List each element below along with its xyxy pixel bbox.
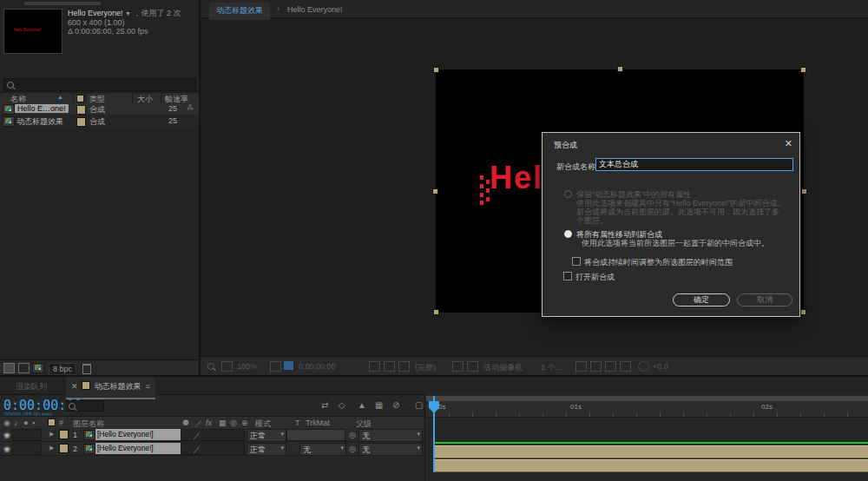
pixel-aspect-icon[interactable] — [575, 361, 587, 372]
shy-layers-icon[interactable]: ▲ — [358, 400, 366, 410]
open-new-comp-checkbox[interactable] — [563, 272, 572, 280]
new-composition-icon[interactable] — [32, 363, 44, 373]
layer-row-1[interactable]: ◉ ▶ 1 [Hello Everyone!] ／ 正常 ◎ 无 — [0, 428, 424, 442]
timeline-search-input[interactable] — [66, 400, 104, 412]
eye-icon[interactable]: ◉ — [3, 445, 10, 453]
trkmat-select[interactable]: 无 — [299, 443, 346, 456]
flowchart-icon[interactable]: ⁂ — [187, 104, 194, 112]
ruler-toggle-icon[interactable] — [284, 361, 293, 370]
quality-switch-icon[interactable]: ／ — [193, 445, 201, 456]
show-snapshot-icon[interactable] — [384, 361, 395, 372]
av-cells[interactable] — [12, 443, 42, 455]
blend-mode-select[interactable]: 正常 — [247, 443, 286, 456]
transparency-grid-icon[interactable] — [467, 361, 478, 372]
parent-select[interactable]: 无 — [358, 429, 423, 442]
label-chip[interactable] — [76, 105, 86, 115]
solo-icon[interactable]: ● — [23, 418, 28, 427]
selection-handle[interactable] — [432, 188, 438, 194]
layer-name[interactable]: [Hello Everyone!] — [95, 429, 182, 440]
close-icon[interactable]: ✕ — [71, 382, 78, 391]
adjust-duration-label[interactable]: 将合成持续时间调整为所选图层的时间范围 — [584, 257, 733, 268]
exposure-gear-icon[interactable] — [638, 361, 649, 372]
selection-handle[interactable] — [800, 67, 806, 73]
selection-handle[interactable] — [433, 67, 439, 73]
flowchart-button-icon[interactable] — [620, 361, 631, 372]
render-queue-tab[interactable]: 渲染队列 — [16, 381, 47, 392]
grid-options-icon[interactable] — [270, 361, 281, 372]
fast-preview-icon[interactable] — [590, 361, 602, 372]
exposure-value[interactable]: +0.0 — [653, 362, 668, 371]
region-of-interest-icon[interactable] — [452, 361, 464, 372]
timeline-comp-tab[interactable]: ✕动态标题效果≡ — [66, 377, 155, 399]
blend-mode-select[interactable]: 正常 — [247, 429, 286, 442]
project-search-input[interactable] — [3, 78, 196, 91]
project-item-name[interactable]: Hello E…one! — [15, 104, 69, 113]
col-trkmat-t[interactable]: T — [295, 418, 300, 427]
tab-hello-everyone[interactable]: Hello Everyone! — [287, 5, 343, 14]
magnification-value[interactable]: 100% — [237, 362, 257, 371]
quality-switch-icon[interactable]: ／ — [193, 431, 201, 442]
bit-depth[interactable]: 8 bpc — [49, 363, 76, 375]
open-new-comp-label[interactable]: 打开新合成 — [575, 272, 615, 283]
zoom-tool-icon[interactable] — [207, 363, 214, 370]
label-chip[interactable] — [59, 444, 69, 453]
viewer-timecode[interactable]: 0:00:00:00 — [299, 362, 336, 371]
lock-icon[interactable]: ▪ — [32, 418, 35, 427]
trkmat-cell[interactable] — [286, 429, 345, 441]
graph-editor-icon[interactable]: ▢ — [415, 400, 423, 410]
switch-cells[interactable] — [181, 443, 245, 455]
expand-icon[interactable]: ▶ — [49, 431, 54, 438]
selection-handle[interactable] — [800, 309, 806, 315]
chevron-icon[interactable]: ‹ — [277, 4, 279, 13]
project-row-title-fx[interactable]: 动态标题效果 合成 25 — [0, 115, 199, 127]
view-layout-select[interactable]: 1 个… — [541, 362, 563, 373]
menu-icon[interactable]: ≡ — [146, 382, 150, 391]
frame-blend-icon[interactable]: ▦ — [375, 400, 383, 410]
eye-icon[interactable]: ◉ — [3, 431, 10, 439]
pickwhip-icon[interactable]: ◎ — [349, 445, 356, 453]
new-folder-icon[interactable] — [18, 363, 30, 373]
label-chip[interactable] — [76, 117, 86, 127]
expand-icon[interactable]: ▶ — [49, 445, 54, 451]
sort-asc-icon[interactable]: ▲ — [57, 94, 63, 100]
resolution-select[interactable]: (完整) — [415, 362, 436, 373]
new-comp-name-input[interactable] — [595, 158, 793, 171]
selection-handle[interactable] — [617, 66, 623, 72]
adjust-duration-checkbox[interactable] — [572, 257, 581, 266]
label-chip[interactable] — [59, 430, 69, 439]
layer-bar-2[interactable] — [434, 459, 868, 472]
time-ruler[interactable]: 0s 01s 02s — [426, 401, 868, 418]
av-cells[interactable] — [12, 429, 42, 441]
move-attributes-radio[interactable] — [564, 230, 572, 238]
timeline-button-icon[interactable] — [605, 361, 616, 372]
eye-icon[interactable]: ◉ — [3, 418, 10, 427]
layer-row-2[interactable]: ◉ ▶ 2 [Hello Everyone!] ／ 正常 无 ◎ 无 — [0, 442, 424, 456]
monitor-icon[interactable] — [221, 361, 233, 372]
motion-blur-icon[interactable]: ⊘ — [392, 400, 399, 410]
switch-cells[interactable] — [181, 429, 245, 441]
selection-handle[interactable] — [801, 188, 807, 194]
mini-flowchart-icon[interactable]: ⇄ — [321, 400, 328, 410]
draft-3d-icon[interactable]: ◇ — [339, 400, 345, 410]
parent-select[interactable]: 无 — [358, 443, 423, 456]
caret-down-icon[interactable]: ▼ — [125, 10, 131, 16]
cancel-button[interactable]: 取消 — [737, 293, 792, 306]
pickwhip-icon[interactable]: ◎ — [349, 431, 356, 439]
snapshot-camera-icon[interactable] — [369, 361, 380, 372]
project-row-hello[interactable]: Hello E…one! 合成 25 ⁂ — [0, 103, 199, 115]
timeline-tab-label[interactable]: 动态标题效果 — [95, 382, 141, 391]
label-column-icon[interactable] — [76, 95, 84, 102]
audio-icon[interactable]: ♪ — [14, 418, 18, 427]
tab-title-fx[interactable]: 动态标题效果 — [209, 3, 270, 20]
col-trkmat[interactable]: TrkMat — [306, 418, 330, 427]
panel-tab-hint[interactable] — [24, 2, 101, 5]
layer-bar-1[interactable] — [434, 445, 868, 458]
camera-select[interactable]: 活动摄像机 — [483, 362, 523, 373]
channel-icon[interactable] — [398, 361, 410, 372]
close-icon[interactable]: ✕ — [785, 138, 792, 149]
interpret-footage-icon[interactable] — [3, 363, 15, 373]
selection-handle[interactable] — [433, 309, 439, 315]
trash-icon[interactable] — [82, 364, 91, 374]
layer-name[interactable]: [Hello Everyone!] — [95, 443, 182, 454]
project-item-name[interactable]: 动态标题效果 — [16, 116, 63, 128]
